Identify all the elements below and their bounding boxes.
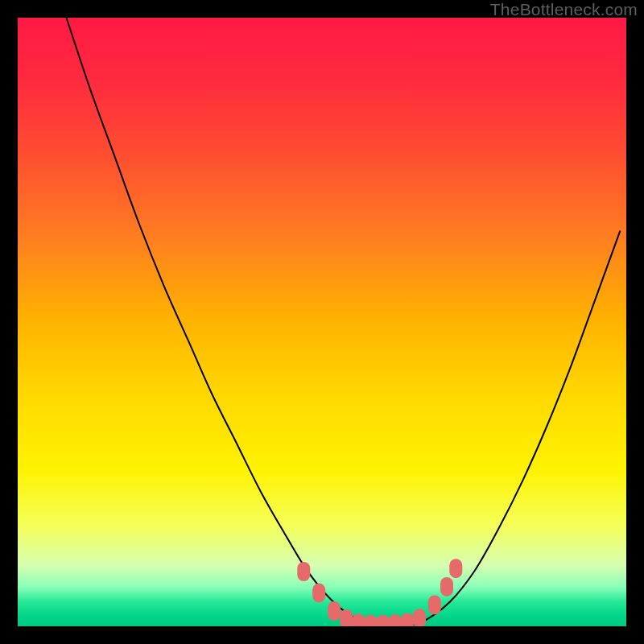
chart-frame	[18, 18, 626, 626]
gradient-background	[18, 18, 626, 626]
marker-bead	[401, 613, 414, 627]
marker-bead	[413, 609, 426, 626]
bottleneck-chart	[18, 18, 626, 626]
marker-bead	[449, 559, 462, 578]
watermark-label: TheBottleneck.com	[490, 0, 638, 19]
marker-bead	[328, 601, 341, 621]
marker-bead	[428, 596, 441, 615]
marker-bead	[340, 609, 353, 626]
marker-bead	[440, 577, 453, 597]
marker-bead	[352, 613, 365, 626]
marker-bead	[312, 583, 325, 602]
marker-bead	[297, 562, 310, 581]
